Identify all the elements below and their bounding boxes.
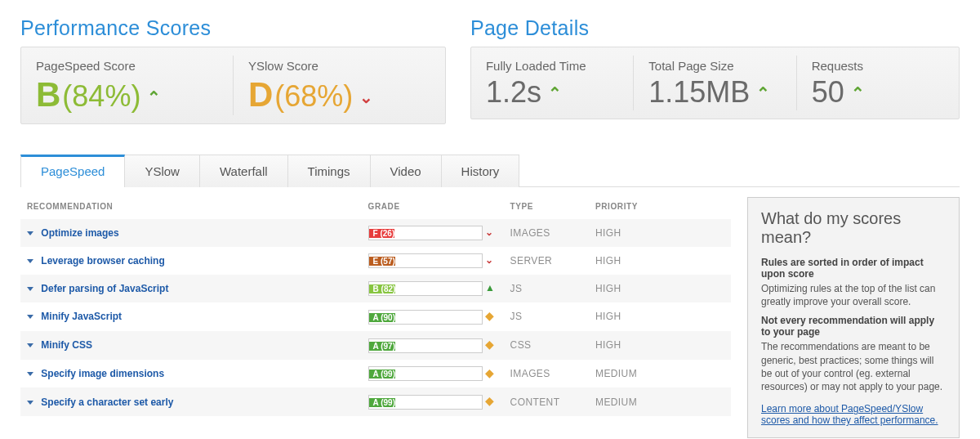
recommendation-link[interactable]: Optimize images [41, 227, 118, 239]
trend-down-icon: ⌄ [485, 226, 493, 238]
trend-up-icon: ⌃ [756, 83, 770, 103]
grade-bar-fill: A (90) [369, 313, 395, 322]
score-label: PageSpeed Score [36, 59, 218, 73]
expand-caret-icon[interactable] [27, 372, 33, 376]
tab-history[interactable]: History [442, 155, 520, 187]
recommendation-link[interactable]: Minify CSS [41, 339, 92, 351]
recommendation-link[interactable]: Defer parsing of JavaScript [41, 283, 168, 294]
rec-type: CONTENT [504, 387, 589, 416]
rec-priority: HIGH [589, 247, 731, 275]
col-header-grade: GRADE [362, 197, 504, 219]
trend-neutral-icon: ◆ [485, 309, 494, 322]
trend-down-icon: ⌄ [485, 254, 493, 266]
sidebar-text: The recommendations are meant to be gene… [761, 340, 946, 393]
performance-scores-section: Performance Scores PageSpeed Score B (84… [20, 16, 446, 124]
trend-up-icon: ⌃ [147, 87, 161, 107]
grade-bar-fill: F (26) [369, 229, 395, 238]
rec-priority: MEDIUM [589, 360, 731, 388]
grade-bar-fill: A (99) [369, 370, 395, 379]
recommendation-link[interactable]: Minify JavaScript [41, 311, 122, 322]
recommendation-link[interactable]: Specify a character set early [41, 396, 173, 408]
rec-priority: MEDIUM [589, 387, 731, 416]
col-header-type: TYPE [504, 197, 589, 219]
tab-video[interactable]: Video [371, 155, 442, 187]
table-row[interactable]: Specify image dimensions A (99) ◆ IMAGES… [20, 360, 731, 388]
detail-card: Fully Loaded Time 1.2s ⌃ [471, 56, 633, 110]
grade-bar: F (26) [368, 226, 483, 240]
recommendation-link[interactable]: Leverage browser caching [41, 255, 164, 267]
score-card: YSlow Score D (68%) ⌄ [233, 56, 445, 115]
rec-type: JS [504, 275, 589, 302]
rec-priority: HIGH [589, 219, 731, 247]
grade-bar-fill: A (97) [369, 342, 395, 351]
trend-neutral-icon: ◆ [485, 366, 494, 379]
rec-type: CSS [504, 331, 589, 360]
rec-type: IMAGES [504, 360, 589, 388]
table-row[interactable]: Optimize images F (26) ⌄ IMAGES HIGH [20, 219, 731, 247]
grade-bar: A (99) [368, 395, 483, 410]
trend-neutral-icon: ◆ [485, 338, 494, 351]
sidebar-title: What do my scores mean? [761, 209, 946, 247]
detail-value: 50 [812, 78, 844, 107]
detail-label: Fully Loaded Time [486, 59, 618, 73]
grade-bar: A (90) [368, 310, 483, 325]
rec-type: IMAGES [504, 219, 589, 247]
grade-bar-fill: A (99) [369, 398, 395, 407]
expand-caret-icon[interactable] [27, 287, 33, 291]
expand-caret-icon[interactable] [27, 315, 33, 319]
trend-up-icon: ⌃ [548, 83, 562, 103]
expand-caret-icon[interactable] [27, 259, 33, 263]
tab-yslow[interactable]: YSlow [125, 155, 200, 187]
sidebar-learn-more-link[interactable]: Learn more about PageSpeed/YSlow scores … [761, 403, 946, 426]
rec-type: SERVER [504, 247, 589, 275]
grade-bar: B (82) [368, 281, 483, 296]
page-details-section: Page Details Fully Loaded Time 1.2s ⌃ To… [470, 16, 960, 124]
detail-label: Requests [812, 59, 944, 73]
sidebar-text: Optimizing rules at the top of the list … [761, 282, 946, 308]
rec-priority: HIGH [589, 302, 731, 331]
table-row[interactable]: Specify a character set early A (99) ◆ C… [20, 387, 731, 416]
tab-pagespeed[interactable]: PageSpeed [20, 155, 125, 187]
grade-bar: E (57) [368, 253, 483, 268]
recommendations-table: RECOMMENDATION GRADE TYPE PRIORITY Optim… [20, 197, 731, 416]
table-row[interactable]: Minify JavaScript A (90) ◆ JS HIGH [20, 302, 731, 331]
rec-type: JS [504, 302, 589, 331]
grade-bar-fill: B (82) [369, 284, 396, 293]
score-card: PageSpeed Score B (84%) ⌃ [21, 56, 233, 115]
score-grade-letter: D [248, 78, 273, 112]
recommendation-link[interactable]: Specify image dimensions [41, 368, 164, 379]
rec-priority: HIGH [589, 331, 731, 360]
section-title: Performance Scores [20, 16, 446, 40]
score-grade-letter: B [36, 78, 60, 112]
sidebar-help: What do my scores mean? Rules are sorted… [747, 197, 960, 438]
trend-neutral-icon: ◆ [485, 394, 494, 407]
expand-caret-icon[interactable] [27, 231, 33, 235]
detail-value: 1.15MB [648, 78, 750, 107]
grade-bar: A (97) [368, 338, 483, 353]
expand-caret-icon[interactable] [27, 343, 33, 347]
grade-bar: A (99) [368, 366, 483, 381]
table-row[interactable]: Leverage browser caching E (57) ⌄ SERVER… [20, 247, 731, 275]
grade-bar-fill: E (57) [369, 257, 395, 266]
expand-caret-icon[interactable] [27, 401, 33, 405]
tab-waterfall[interactable]: Waterfall [200, 155, 288, 187]
trend-up-icon: ▲ [485, 282, 495, 293]
col-header-recommendation: RECOMMENDATION [20, 197, 362, 219]
trend-down-icon: ⌄ [359, 87, 373, 107]
table-row[interactable]: Defer parsing of JavaScript B (82) ▲ JS … [20, 275, 731, 302]
sidebar-heading: Not every recommendation will apply to y… [761, 315, 946, 338]
score-grade-pct: (84%) [62, 82, 140, 111]
trend-up-icon: ⌃ [851, 83, 865, 103]
sidebar-heading: Rules are sorted in order of impact upon… [761, 257, 946, 280]
rec-priority: HIGH [589, 275, 731, 302]
table-row[interactable]: Minify CSS A (97) ◆ CSS HIGH [20, 331, 731, 360]
detail-label: Total Page Size [648, 59, 781, 73]
tabs-bar: PageSpeedYSlowWaterfallTimingsVideoHisto… [20, 154, 960, 187]
detail-value: 1.2s [486, 78, 541, 107]
tab-timings[interactable]: Timings [288, 155, 371, 187]
score-grade-pct: (68%) [274, 82, 353, 111]
col-header-priority: PRIORITY [589, 197, 731, 219]
section-title: Page Details [470, 16, 960, 40]
detail-card: Total Page Size 1.15MB ⌃ [633, 56, 795, 110]
score-label: YSlow Score [248, 59, 430, 73]
